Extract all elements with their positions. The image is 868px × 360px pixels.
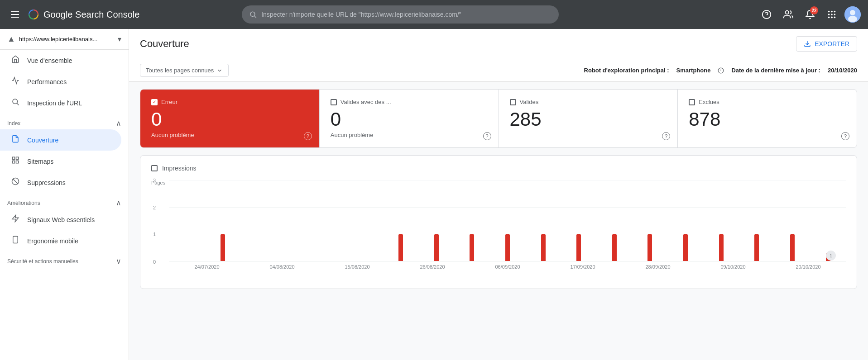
section-securite[interactable]: Sécurité et actions manuelles ∨: [0, 251, 129, 267]
bar-6[interactable]: [398, 234, 403, 261]
sidebar-item-vue-ensemble[interactable]: Vue d'ensemble: [0, 50, 121, 71]
stat-card-valides[interactable]: Valides 285 ?: [499, 90, 678, 147]
robot-label: Robot d'exploration principal :: [584, 67, 669, 74]
svg-point-9: [828, 14, 830, 15]
stat-desc-erreur: Aucun problème: [151, 132, 308, 138]
x-label-7: 09/10/2020: [695, 264, 771, 270]
bar-group-5: [347, 180, 383, 261]
account-button[interactable]: [779, 5, 797, 24]
sidebar-item-inspection[interactable]: Inspection de l'URL: [0, 92, 121, 114]
sidebar-item-signaux-web[interactable]: Signaux Web essentiels: [0, 209, 121, 230]
section-ameliorations-chevron: ∧: [116, 199, 121, 207]
sidebar-label-inspection: Inspection de l'URL: [27, 99, 82, 107]
apps-button[interactable]: [823, 5, 841, 24]
bar-group-17: [775, 180, 810, 261]
search-icon: [249, 10, 257, 19]
bar-15[interactable]: [719, 234, 724, 261]
robot-value: Smartphone: [676, 67, 711, 74]
bar-group-6: [383, 180, 419, 261]
stat-help-valides[interactable]: ?: [662, 132, 670, 140]
bar-12[interactable]: [612, 234, 617, 261]
grid-label-2: 2: [153, 205, 156, 210]
stat-card-erreur[interactable]: Erreur 0 Aucun problème ?: [140, 90, 320, 147]
site-selector[interactable]: ▲ https://www.lepicerielibanais... ▾: [0, 29, 129, 50]
avatar[interactable]: [844, 6, 861, 23]
x-label-1: 04/08/2020: [245, 264, 320, 270]
bar-group-2: [240, 180, 276, 261]
site-dropdown-arrow: ▾: [118, 35, 121, 43]
svg-marker-26: [12, 215, 19, 222]
svg-point-11: [834, 14, 836, 15]
search-bar[interactable]: [242, 5, 559, 24]
bar-9[interactable]: [505, 234, 510, 261]
bar-group-9: [490, 180, 526, 261]
stat-card-valides-avertissement[interactable]: Valides avec des ... 0 Aucun problème ?: [320, 90, 499, 147]
bar-group-1: [205, 180, 241, 261]
stat-checkbox-valides[interactable]: [510, 99, 516, 105]
couverture-icon: [11, 135, 20, 145]
stat-card-exclues[interactable]: Exclues 878 ?: [678, 90, 857, 147]
date-value: 20/10/2020: [828, 67, 857, 74]
svg-point-8: [834, 11, 836, 13]
svg-point-13: [831, 17, 833, 19]
x-label-3: 26/08/2020: [395, 264, 470, 270]
stat-help-exclues[interactable]: ?: [841, 132, 849, 140]
sidebar-item-ergonomie[interactable]: Ergonomie mobile: [0, 230, 121, 251]
bar-7[interactable]: [434, 234, 439, 261]
svg-point-10: [831, 14, 833, 15]
bar-8[interactable]: [470, 234, 474, 261]
bar-11[interactable]: [576, 234, 581, 261]
grid-label-3: 3: [153, 178, 156, 183]
svg-point-14: [834, 17, 836, 19]
bar-16[interactable]: [754, 234, 759, 261]
bar-10[interactable]: [541, 234, 546, 261]
grid-label-1: 1: [153, 232, 156, 237]
bar-group-11: [561, 180, 597, 261]
sidebar-label-vue-ensemble: Vue d'ensemble: [27, 57, 72, 64]
robot-info-icon: [718, 67, 724, 74]
chart-checkbox[interactable]: [151, 165, 158, 171]
sidebar-item-sitemaps[interactable]: Sitemaps: [0, 151, 121, 172]
stat-help-erreur[interactable]: ?: [304, 132, 312, 140]
svg-point-12: [828, 17, 830, 19]
export-button[interactable]: EXPORTER: [796, 36, 857, 52]
hamburger-menu[interactable]: [7, 8, 23, 21]
sidebar-label-suppressions: Suppressions: [27, 179, 66, 186]
bar-group-4: [312, 180, 348, 261]
bar-14[interactable]: [683, 234, 688, 261]
svg-point-1: [250, 12, 255, 16]
bar-17[interactable]: [790, 234, 795, 261]
stat-checkbox-exclues[interactable]: [689, 99, 695, 105]
section-ameliorations[interactable]: Améliorations ∧: [0, 193, 129, 209]
x-label-2: 15/08/2020: [320, 264, 395, 270]
svg-line-19: [17, 103, 19, 105]
section-securite-label: Sécurité et actions manuelles: [7, 258, 78, 265]
x-label-0: 24/07/2020: [169, 264, 245, 270]
stat-label-exclues: Exclues: [699, 99, 719, 105]
page-title: Couverture: [140, 38, 189, 50]
main-content: Couverture EXPORTER Toutes les pages con…: [129, 29, 868, 360]
chart-x-labels: 24/07/202004/08/202015/08/202026/08/2020…: [169, 264, 846, 270]
stat-label-valides-avert: Valides avec des ...: [340, 99, 391, 105]
site-url: https://www.lepicerielibanais...: [19, 36, 114, 43]
bar-1[interactable]: [221, 234, 225, 261]
section-index[interactable]: Index ∧: [0, 114, 129, 129]
help-button[interactable]: [758, 5, 776, 24]
filter-pages-select[interactable]: Toutes les pages connues: [140, 64, 229, 77]
stat-header-erreur: Erreur: [151, 99, 308, 105]
suppressions-icon: [11, 177, 20, 188]
bar-group-3: [276, 180, 312, 261]
notifications-button[interactable]: 22: [801, 5, 819, 24]
chart-bars: [169, 180, 846, 261]
sidebar-item-suppressions[interactable]: Suppressions: [0, 172, 121, 193]
main-header: Couverture EXPORTER: [129, 29, 868, 59]
bar-13[interactable]: [647, 234, 652, 261]
google-icon: [28, 9, 39, 20]
stat-checkbox-valides-avert[interactable]: [331, 99, 337, 105]
sidebar-item-performances[interactable]: Performances: [0, 71, 121, 92]
bar-group-18: [810, 180, 846, 261]
stat-help-valides-avert[interactable]: ?: [483, 132, 491, 140]
stat-checkbox-erreur[interactable]: [151, 99, 158, 105]
search-input[interactable]: [261, 11, 551, 18]
sidebar-item-couverture[interactable]: Couverture: [0, 129, 121, 151]
